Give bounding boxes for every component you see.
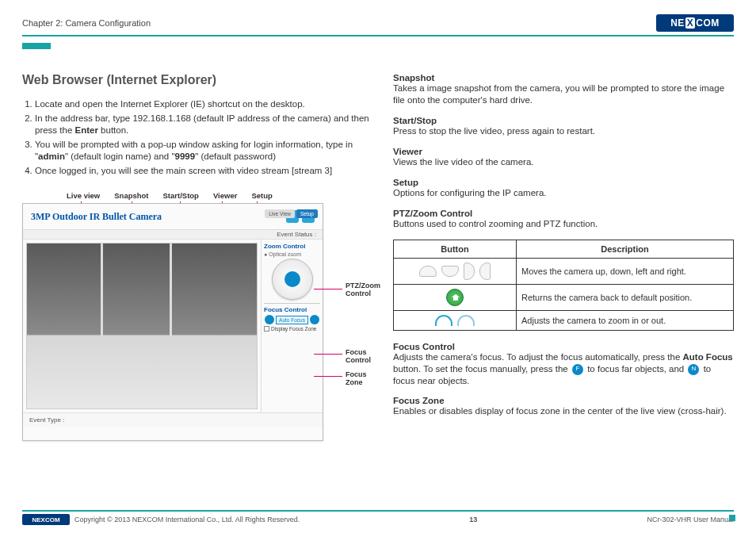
footer-logo: NEXCOM — [22, 514, 70, 525]
home-icon — [446, 289, 464, 306]
ptz-desc: Buttons used to control zooming and PTZ … — [393, 218, 734, 230]
focus-near-button[interactable] — [310, 315, 319, 324]
button-table: ButtonDescription Moves the camera up, d… — [393, 240, 734, 331]
callout-labels: Live view Snapshot Start/Stop Viewer Set… — [67, 191, 371, 200]
zoom-in-icon — [435, 315, 452, 326]
setup-button[interactable]: Setup — [296, 209, 318, 218]
zoom-out-icon — [457, 315, 475, 326]
step-2: In the address bar, type 192.168.1.168 (… — [35, 113, 371, 137]
zoom-control-title: Zoom Control — [264, 243, 320, 250]
liveview-button[interactable]: Live View — [265, 209, 295, 218]
video-area — [26, 243, 258, 409]
annot-focus-zone: Focus Zone — [346, 371, 371, 387]
focuszone-desc: Enables or disables display of focus zon… — [393, 405, 734, 417]
chapter-label: Chapter 2: Camera Configuration — [22, 18, 151, 28]
up-arrow-icon — [419, 266, 437, 277]
page-footer: NEXCOMCopyright © 2013 NEXCOM Internatio… — [22, 510, 734, 525]
page-number: 13 — [469, 516, 477, 523]
header-rule — [22, 35, 734, 36]
focuscontrol-heading: Focus Control — [393, 342, 734, 351]
snapshot-desc: Takes a image snapshot from the camera, … — [393, 82, 734, 106]
focus-far-button[interactable] — [265, 315, 274, 324]
page-title: Web Browser (Internet Explorer) — [22, 73, 371, 87]
event-type-footer: Event Type : — [23, 412, 323, 427]
setup-heading: Setup — [393, 178, 734, 187]
focus-near-icon: N — [688, 364, 699, 375]
copyright: Copyright © 2013 NEXCOM International Co… — [74, 516, 300, 523]
row3-desc: Adjusts the camera to zoom in or out. — [517, 310, 734, 330]
th-button: Button — [394, 240, 517, 258]
viewer-heading: Viewer — [393, 147, 734, 156]
app-screenshot: 3MP Outdoor IR Bullet Camera Live View S… — [22, 203, 323, 441]
focus-far-icon: F — [572, 364, 583, 375]
focus-control-title: Focus Control — [264, 306, 320, 313]
th-desc: Description — [517, 240, 734, 258]
left-arrow-icon — [464, 263, 475, 280]
tab-strip — [22, 38, 734, 44]
focuscontrol-desc: Adjusts the camera's focus. To adjust th… — [393, 351, 734, 387]
annot-ptz: PTZ/Zoom Control — [346, 282, 380, 298]
snapshot-heading: Snapshot — [393, 73, 734, 82]
display-focus-zone[interactable]: Display Focus Zone — [264, 326, 320, 332]
dir-buttons-cell — [399, 263, 511, 280]
ptz-joystick[interactable] — [272, 259, 313, 300]
camera-title: 3MP Outdoor IR Bullet Camera — [31, 211, 162, 223]
step-1: Locate and open the Internet Explorer (I… — [35, 98, 371, 111]
startstop-desc: Press to stop the live video, press agai… — [393, 125, 734, 137]
step-3: You will be prompted with a pop-up windo… — [35, 139, 371, 163]
right-arrow-icon — [479, 263, 491, 280]
autofocus-button[interactable]: Auto Focus — [276, 316, 308, 324]
page-edge-decoration — [729, 515, 735, 521]
logo: NEXCOM — [656, 14, 734, 32]
viewer-desc: Views the live video of the camera. — [393, 156, 734, 168]
doc-name: NCr-302-VHR User Manual — [647, 516, 734, 523]
focuszone-heading: Focus Zone — [393, 396, 734, 405]
ptz-heading: PTZ/Zoom Control — [393, 209, 734, 218]
optical-zoom-option[interactable]: ● Optical zoom — [264, 251, 320, 257]
startstop-heading: Start/Stop — [393, 116, 734, 125]
instruction-list: Locate and open the Internet Explorer (I… — [22, 98, 371, 177]
down-arrow-icon — [441, 266, 459, 277]
event-status: Event Status : — [23, 229, 323, 240]
step-4: Once logged in, you will see the main sc… — [35, 165, 371, 178]
row1-desc: Moves the camera up, down, left and righ… — [517, 258, 734, 284]
annot-focus-control: Focus Control — [346, 349, 371, 365]
setup-desc: Options for configuring the IP camera. — [393, 187, 734, 199]
row2-desc: Returns the camera back to default posit… — [517, 284, 734, 310]
